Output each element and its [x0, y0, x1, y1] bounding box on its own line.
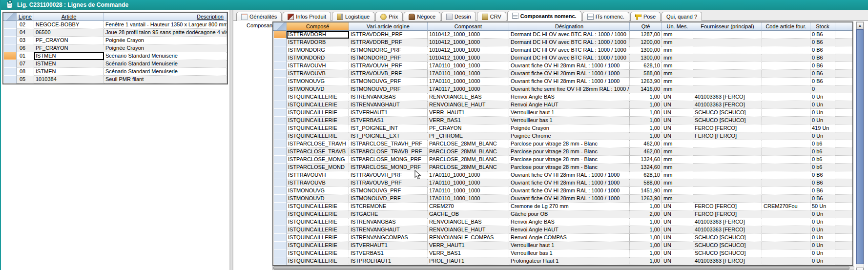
- cell-unmes[interactable]: mm: [662, 195, 693, 203]
- cell-unmes[interactable]: mm: [662, 46, 693, 54]
- column-header-code-article[interactable]: Code article four.: [762, 22, 810, 31]
- row-selector[interactable]: [273, 164, 287, 171]
- cell-compose[interactable]: ISTQUINCAILLERIE: [287, 210, 349, 218]
- component-row[interactable]: ISTQUINCAILLERIEISTVERHAUT1VERR_HAUT1Ver…: [273, 242, 852, 249]
- cell-fournisseur[interactable]: 401003363 [FERCO]: [693, 257, 762, 265]
- cell-stock[interactable]: 0 Un: [810, 132, 835, 140]
- cell-composant[interactable]: PARCLOSE_28MM_BLANC: [428, 156, 509, 164]
- row-selector[interactable]: [3, 52, 17, 60]
- cell-code-article[interactable]: [762, 93, 810, 101]
- cell-compose[interactable]: ISTMONDORD: [287, 54, 349, 62]
- cell-ligne[interactable]: 03: [17, 37, 34, 44]
- cell-code-article[interactable]: [762, 210, 810, 218]
- cell-fournisseur[interactable]: [693, 54, 762, 62]
- row-selector[interactable]: [3, 37, 17, 44]
- cell-designation[interactable]: Ouvrant fiche OV HI 28mm RAL : 1000 / 10…: [509, 179, 630, 187]
- cell-designation[interactable]: Ouvrant fiche OV HI 28mm RAL : 1000 / 10…: [509, 62, 630, 70]
- cell-qte[interactable]: 1324,60: [630, 164, 662, 171]
- cell-designation[interactable]: Cremone de Lg 270 mm: [509, 203, 630, 210]
- cell-designation[interactable]: Renvoi Angle HAUT: [509, 101, 630, 109]
- cell-fournisseur[interactable]: [693, 148, 762, 156]
- cell-code-article[interactable]: [762, 109, 810, 117]
- cell-unmes[interactable]: mm: [662, 171, 693, 179]
- cell-unmes[interactable]: mm: [662, 179, 693, 187]
- component-row[interactable]: ISTQUINCAILLERIEISTRENVANGCOMPASRENVOIAN…: [273, 234, 852, 242]
- component-row[interactable]: ISTMONOUVDISTMONOUVD_PRF17A0117_1000_100…: [273, 85, 852, 93]
- cell-qte[interactable]: 1,00: [630, 218, 662, 226]
- cell-description[interactable]: Joue 28 profil talon 95 sans patte dodéc…: [104, 29, 227, 37]
- row-selector[interactable]: [273, 109, 287, 117]
- cell-compose[interactable]: ISTTRAVOUVH: [287, 62, 349, 70]
- cell-composant[interactable]: PROL_HAUT1: [428, 257, 509, 265]
- cell-description[interactable]: Seuil PMR filant: [104, 76, 227, 83]
- cell-compose[interactable]: ISTQUINCAILLERIE: [287, 109, 349, 117]
- cell-designation[interactable]: Prolongateur Haut 1: [509, 257, 630, 265]
- row-selector[interactable]: [273, 54, 287, 62]
- cell-qte[interactable]: 628,10: [630, 171, 662, 179]
- cell-unmes[interactable]: UN: [662, 218, 693, 226]
- cell-description[interactable]: Scénario Standard Menuiserie: [104, 60, 227, 68]
- cell-article[interactable]: PF_CRAYON: [34, 37, 104, 44]
- cell-vari-article[interactable]: ISTMONOUVG_PRF: [349, 78, 428, 85]
- cell-composant[interactable]: VERR_HAUT1: [428, 109, 509, 117]
- row-selector[interactable]: [273, 39, 287, 46]
- cell-code-article[interactable]: [762, 85, 810, 93]
- tab-crv[interactable]: CRV: [477, 12, 506, 21]
- cell-qte[interactable]: 1,00: [630, 226, 662, 234]
- cell-composant[interactable]: 1010412_1000_1000: [428, 31, 509, 39]
- cell-vari-article[interactable]: ISTTRAVOUVB_PRF: [349, 70, 428, 78]
- cell-stock[interactable]: 0 Un: [810, 109, 835, 117]
- cell-fournisseur[interactable]: [693, 39, 762, 46]
- cell-composant[interactable]: PARCLOSE_28MM_BLANC: [428, 148, 509, 156]
- cell-fournisseur[interactable]: [693, 195, 762, 203]
- vertical-scrollbar[interactable]: ▲ ▼: [856, 21, 864, 270]
- column-header-vari-article[interactable]: Vari-article origine: [349, 22, 428, 31]
- cell-vari-article[interactable]: ISTVERHAUT1: [349, 109, 428, 117]
- cell-unmes[interactable]: UN: [662, 242, 693, 249]
- cell-compose[interactable]: ISTQUINCAILLERIE: [287, 249, 349, 257]
- cell-unmes[interactable]: UN: [662, 132, 693, 140]
- cell-ligne[interactable]: 08: [17, 68, 34, 76]
- cell-fournisseur[interactable]: [693, 179, 762, 187]
- cell-compose[interactable]: ISTTRAVDORB: [287, 39, 349, 46]
- cell-designation[interactable]: Dormant DC HI OV avec BTC RAL : 1000 / 1…: [509, 54, 630, 62]
- cell-unmes[interactable]: UN: [662, 101, 693, 109]
- component-row[interactable]: ISTQUINCAILLERIEISTVERBAS1VERR_BAS1Verro…: [273, 117, 852, 125]
- cell-fournisseur[interactable]: SCHUCO [SCHUCO]: [693, 234, 762, 242]
- cell-unmes[interactable]: mm: [662, 187, 693, 195]
- component-row[interactable]: ISTMONDORGISTMONDORG_PRF1010412_1000_100…: [273, 46, 852, 54]
- tab-prix[interactable]: Prix: [375, 12, 403, 21]
- cell-ligne[interactable]: 05: [17, 76, 34, 83]
- cell-vari-article[interactable]: ISTGACHE: [349, 210, 428, 218]
- cell-designation[interactable]: Verrouilleur bas 1: [509, 117, 630, 125]
- cell-designation[interactable]: Renvoi Angle BAS: [509, 218, 630, 226]
- row-selector[interactable]: [273, 140, 287, 148]
- cell-composant[interactable]: CREM270: [428, 203, 509, 210]
- cell-compose[interactable]: ISTMONOUVD: [287, 85, 349, 93]
- component-row[interactable]: ISTQUINCAILLERIEISTGACHEGACHE_OBGâche po…: [273, 210, 852, 218]
- cell-stock[interactable]: 0 B6: [810, 31, 835, 39]
- cell-stock[interactable]: 0 B6: [810, 195, 835, 203]
- cell-vari-article[interactable]: IST_POIGNEE_INT: [349, 125, 428, 132]
- order-line-row[interactable]: 01ISTMENScénario Standard Menuiserie: [3, 52, 227, 60]
- cell-fournisseur[interactable]: SCHUCO [SCHUCO]: [693, 242, 762, 249]
- cell-compose[interactable]: ISTPARCLOSE_MONG: [287, 156, 349, 164]
- cell-stock[interactable]: 0 B6: [810, 179, 835, 187]
- row-selector[interactable]: [273, 31, 287, 39]
- cell-qte[interactable]: 1,00: [630, 109, 662, 117]
- cell-article[interactable]: ISTMEN: [34, 60, 104, 68]
- cell-unmes[interactable]: mm: [662, 85, 693, 93]
- row-selector[interactable]: [273, 70, 287, 78]
- component-row[interactable]: ISTQUINCAILLERIEISTPROLHAUT1PROL_HAUT1Pr…: [273, 257, 852, 265]
- column-header-compose[interactable]: Composé: [287, 22, 349, 31]
- cell-code-article[interactable]: [762, 218, 810, 226]
- cell-composant[interactable]: 1010412_1000_1000: [428, 39, 509, 46]
- cell-code-article[interactable]: [762, 226, 810, 234]
- cell-qte[interactable]: 462,00: [630, 148, 662, 156]
- row-selector[interactable]: [3, 68, 17, 76]
- cell-unmes[interactable]: UN: [662, 109, 693, 117]
- cell-compose[interactable]: ISTQUINCAILLERIE: [287, 257, 349, 265]
- cell-stock[interactable]: 0 b6: [810, 148, 835, 156]
- column-header-article[interactable]: Article: [34, 13, 104, 21]
- horizontal-scrollbar-thumb[interactable]: [273, 267, 849, 270]
